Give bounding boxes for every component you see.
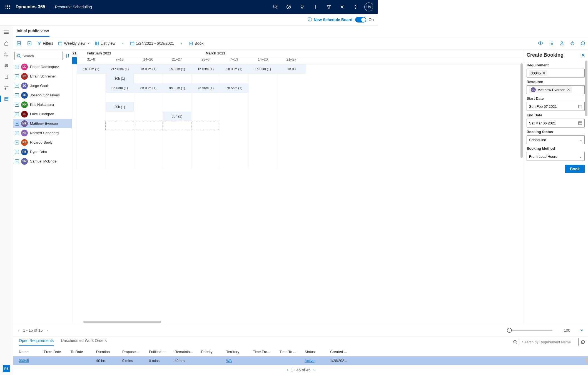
settings-icon[interactable] xyxy=(335,0,349,14)
grid-cell[interactable] xyxy=(105,140,134,149)
grid-cell[interactable] xyxy=(134,74,163,83)
grid-cell[interactable] xyxy=(248,159,277,168)
grid-cell[interactable]: 1h 03m (1) xyxy=(248,64,277,74)
expand-icon[interactable]: + xyxy=(15,93,19,97)
collapse-all-icon[interactable] xyxy=(27,41,32,46)
expand-icon[interactable]: + xyxy=(15,112,19,116)
tab-initial-public-view[interactable]: Initial public view xyxy=(16,26,49,37)
grid-cell[interactable] xyxy=(220,74,248,83)
grid-cell[interactable] xyxy=(277,140,306,149)
expand-icon[interactable]: + xyxy=(15,141,19,144)
grid-cell[interactable] xyxy=(277,121,306,131)
grid-cell[interactable] xyxy=(191,131,220,140)
selection-range[interactable] xyxy=(105,122,219,130)
grid-cell[interactable] xyxy=(277,112,306,121)
grid-cell[interactable]: 1h 03m (1) xyxy=(77,64,105,74)
grid-cell[interactable] xyxy=(163,159,191,168)
help-icon[interactable] xyxy=(349,0,362,14)
resource-row[interactable]: + KN Kris Nakamura xyxy=(13,100,72,109)
grid-cell[interactable] xyxy=(191,140,220,149)
grid-cell[interactable] xyxy=(163,149,191,159)
grid-cell[interactable] xyxy=(248,140,277,149)
grid-cell[interactable] xyxy=(277,93,306,102)
grid-cell[interactable] xyxy=(105,149,134,159)
grid-cell[interactable] xyxy=(77,93,105,102)
hamburger-icon[interactable] xyxy=(0,27,13,38)
grid-cell[interactable] xyxy=(163,102,191,112)
grid-cell[interactable] xyxy=(105,131,134,140)
grid-cell[interactable] xyxy=(220,140,248,149)
grid-cell[interactable]: 8h 03m (1) xyxy=(134,83,163,93)
grid-cell[interactable] xyxy=(134,159,163,168)
clipboard-icon[interactable] xyxy=(0,71,13,82)
grid-cell[interactable]: 1h 03m (1) xyxy=(220,64,248,74)
new-board-toggle[interactable] xyxy=(355,17,366,22)
grid-cell[interactable] xyxy=(77,140,105,149)
grid-row[interactable]: 35h (1) xyxy=(72,112,378,121)
list-view-button[interactable]: List view xyxy=(95,41,116,46)
expand-icon[interactable]: + xyxy=(15,159,19,163)
grid-cell[interactable] xyxy=(248,131,277,140)
home-icon[interactable] xyxy=(0,38,13,49)
grid-cell[interactable] xyxy=(134,149,163,159)
expand-icon[interactable]: + xyxy=(15,150,19,154)
date-range-picker[interactable]: 1/24/2021 - 6/19/2021 xyxy=(130,41,174,46)
grid-cell[interactable] xyxy=(277,83,306,93)
grid-cell[interactable] xyxy=(77,131,105,140)
resource-row[interactable]: + RB Ryan Brim xyxy=(13,147,72,157)
grid-row[interactable]: 20h (1) xyxy=(72,102,378,112)
app-launcher-icon[interactable] xyxy=(2,5,13,9)
grid-cell[interactable] xyxy=(105,112,134,121)
resource-row[interactable]: + NS Norbert Sandberg xyxy=(13,128,72,138)
expand-icon[interactable]: + xyxy=(15,131,19,135)
grid-cell[interactable] xyxy=(191,102,220,112)
resource-row[interactable]: + ME Matthew Everson xyxy=(13,119,72,128)
grid-cell[interactable] xyxy=(220,149,248,159)
grid-row[interactable] xyxy=(72,159,378,168)
grid-cell[interactable] xyxy=(220,131,248,140)
people-list-icon[interactable] xyxy=(0,49,13,60)
grid-cell[interactable] xyxy=(248,112,277,121)
grid-cell[interactable]: 35h (1) xyxy=(163,112,191,121)
grid-row[interactable] xyxy=(72,131,378,140)
grid-cell[interactable] xyxy=(163,93,191,102)
grid-cell[interactable] xyxy=(191,149,220,159)
grid-cell[interactable]: 21h 03m (1) xyxy=(105,64,134,74)
grid-cell[interactable]: 8h 03m (1) xyxy=(105,83,134,93)
grid-cell[interactable]: 1h 03 xyxy=(277,64,306,74)
resource-row[interactable]: + LL Luke Lundgren xyxy=(13,109,72,119)
resource-row[interactable]: + ED Edgar Dominquez xyxy=(13,62,72,72)
grid-cell[interactable] xyxy=(191,74,220,83)
plus-icon[interactable] xyxy=(309,0,322,14)
grid-cell[interactable] xyxy=(220,102,248,112)
grid-cell[interactable] xyxy=(77,149,105,159)
grid-cell[interactable] xyxy=(77,83,105,93)
grid-cell[interactable] xyxy=(191,159,220,168)
resource-row[interactable]: + RS Ricardo Seely xyxy=(13,138,72,147)
grid-row[interactable]: 8h 03m (1)8h 03m (1)8h 02m (1)7h 56m (1)… xyxy=(72,83,378,93)
grid-row[interactable] xyxy=(72,140,378,149)
grid-cell[interactable] xyxy=(277,131,306,140)
grid-body[interactable]: 1h 03m (1)21h 03m (1)1h 03m (1)1h 03m (1… xyxy=(72,64,378,241)
expand-all-icon[interactable] xyxy=(16,41,22,46)
grid-cell[interactable] xyxy=(77,159,105,168)
grid-cell[interactable] xyxy=(77,74,105,83)
grid-cell[interactable] xyxy=(191,93,220,102)
grid-cell[interactable] xyxy=(277,149,306,159)
grid-cell[interactable] xyxy=(191,112,220,121)
grid-cell[interactable] xyxy=(134,131,163,140)
grid-cell[interactable] xyxy=(77,112,105,121)
grid-row[interactable] xyxy=(72,93,378,102)
grid-cell[interactable] xyxy=(248,149,277,159)
expand-icon[interactable]: + xyxy=(15,84,19,88)
grid-cell[interactable] xyxy=(248,102,277,112)
grid-cell[interactable] xyxy=(248,121,277,131)
grid-cell[interactable] xyxy=(277,102,306,112)
grid-cell[interactable]: 1h 03m (1) xyxy=(134,64,163,74)
list-group-icon[interactable] xyxy=(0,82,13,93)
user-avatar[interactable]: UA xyxy=(364,2,373,11)
next-range-icon[interactable]: › xyxy=(179,41,184,46)
resource-row[interactable]: + JG Joseph Gonsalves xyxy=(13,91,72,100)
grid-cell[interactable] xyxy=(248,83,277,93)
grid-row[interactable]: 1h 03m (1)21h 03m (1)1h 03m (1)1h 03m (1… xyxy=(72,64,378,74)
